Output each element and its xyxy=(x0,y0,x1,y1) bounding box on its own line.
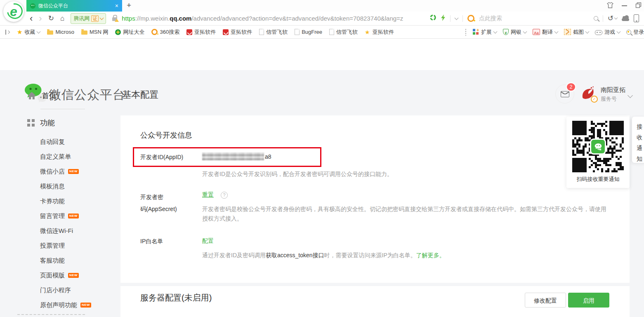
bookmark-item[interactable]: MSN 网 xyxy=(81,28,109,36)
new-tab-button[interactable]: + xyxy=(127,1,131,10)
bookmark-item[interactable]: 信管飞软 xyxy=(329,28,358,36)
qr-caption: 扫码接收重要通知 xyxy=(566,176,630,183)
bookmark-item[interactable]: 亚拓软件 xyxy=(365,28,394,36)
sidebar-item-features[interactable]: 功能 xyxy=(27,118,55,128)
bookmark-label: 网址大全 xyxy=(123,28,144,36)
tool-icon xyxy=(473,29,479,35)
sidebar-item[interactable]: 微信小店 NEW xyxy=(40,164,118,179)
sidebar-item-home[interactable]: 首页 xyxy=(27,91,57,101)
favorites-label: 收藏 xyxy=(24,28,35,36)
sidebar-item[interactable]: 模板消息 xyxy=(40,179,118,194)
tool-label: 翻译 xyxy=(542,28,553,36)
bookmark-item[interactable]: 亚拓软件 xyxy=(186,28,216,36)
sidebar-item[interactable]: 卡券功能 xyxy=(40,194,118,209)
learn-more-link[interactable]: 了解更多。 xyxy=(416,252,445,258)
bookmark-label: 信管飞软 xyxy=(266,28,288,36)
bookmark-item[interactable]: 亚拓软件 xyxy=(223,28,252,36)
bookmark-item[interactable]: BugFree xyxy=(295,29,322,35)
bookmark-item[interactable]: 360搜索 xyxy=(151,28,179,36)
sidebar-item-label: 留言管理 xyxy=(40,212,65,220)
undo-button[interactable]: ↺ xyxy=(608,15,617,22)
browser-logo[interactable]: e xyxy=(3,1,24,22)
sidebar-item-label: 模板消息 xyxy=(40,183,65,190)
access-token-link[interactable]: 获取access_token接口 xyxy=(266,252,324,258)
back-button[interactable]: ‹ xyxy=(30,14,33,23)
toolbar-tool[interactable]: 翻译 xyxy=(533,28,558,36)
search-engine-icon xyxy=(467,15,474,22)
appsecret-label: 开发者密 码(AppSecret) xyxy=(140,191,177,215)
bookmark-label: BugFree xyxy=(302,29,322,35)
bookmark-label: Microso xyxy=(55,29,74,35)
help-icon[interactable]: ? xyxy=(221,192,228,199)
sidebar-item[interactable]: 自定义菜单 xyxy=(40,149,118,164)
notify-side-tab[interactable]: 接收通知 xyxy=(632,117,644,163)
sidebar-item[interactable]: 留言管理 NEW xyxy=(40,209,118,223)
chevron-down-icon xyxy=(554,29,559,33)
cert-badge: 证 xyxy=(91,15,99,22)
modify-config-button[interactable]: 修改配置 xyxy=(525,293,566,308)
sidebar-item[interactable]: 页面模版 NEW xyxy=(40,268,118,283)
account-dropdown-icon[interactable] xyxy=(627,93,633,98)
toolbar-tool[interactable]: 截图 xyxy=(564,28,589,36)
search-magnifier-icon[interactable] xyxy=(594,16,598,21)
mobile-button[interactable] xyxy=(634,14,639,22)
toolbar-tool[interactable]: 扩展 xyxy=(473,28,497,36)
forward-button[interactable]: › xyxy=(39,14,42,23)
new-badge: NEW xyxy=(80,303,91,308)
account-name: 南阳亚拓 xyxy=(601,86,625,94)
sidebar-item-label: 自动回复 xyxy=(40,138,65,146)
refresh-button[interactable]: ↻ xyxy=(48,14,54,23)
sidebar-item-label: 微信连Wi-Fi xyxy=(40,227,73,235)
bookmark-label: 亚拓软件 xyxy=(194,28,216,36)
bookmark-item[interactable]: Microso xyxy=(47,29,74,35)
toolbar-tool[interactable]: 游戏 xyxy=(595,28,620,36)
new-badge: NEW xyxy=(68,214,79,218)
sidebar-item[interactable]: 门店小程序 xyxy=(40,283,118,298)
theme-skin-button[interactable] xyxy=(607,2,613,10)
new-badge: NEW xyxy=(68,169,79,174)
configure-link[interactable]: 配置 xyxy=(202,237,214,245)
sidebar-home-label: 首页 xyxy=(42,91,57,101)
cloud-sync-button[interactable] xyxy=(622,18,629,21)
url-text[interactable]: https://mp.weixin.qq.com/advanced/advanc… xyxy=(122,15,403,22)
bookmarks-bar: ★ 收藏 Microso MSN 网 网址大全 xyxy=(0,26,644,39)
envelope-icon xyxy=(561,91,569,97)
notification-badge: 2 xyxy=(566,82,576,92)
minimize-button[interactable] xyxy=(622,5,627,6)
browser-titlebar: e 微信公众平台 × + xyxy=(0,0,644,12)
ssl-lock-icon xyxy=(112,17,117,21)
sidebar-item-label: 原创声明功能 xyxy=(40,301,77,309)
bookmark-item[interactable]: 网址大全 xyxy=(115,28,144,36)
browser-tab[interactable]: 微信公众平台 × xyxy=(26,0,122,12)
bookmark-icon xyxy=(186,29,192,35)
enable-button[interactable]: 启用 xyxy=(568,293,609,308)
tab-close-icon[interactable]: × xyxy=(115,3,118,9)
site-verify-badge[interactable]: 腾讯网 证 xyxy=(71,13,106,24)
sidebar-item[interactable]: 自动回复 xyxy=(40,134,118,149)
sidebar-item[interactable]: 微信连Wi-Fi xyxy=(40,223,118,238)
page-title: 基本配置 xyxy=(122,89,158,101)
favorites-button[interactable]: ★ 收藏 xyxy=(17,28,40,36)
speed-mode-icon[interactable] xyxy=(441,14,446,23)
toolbar-tool[interactable]: 登录 xyxy=(626,28,644,36)
toolbar-tool[interactable]: 网银 xyxy=(503,28,526,36)
sidebar-item-label: 卡券功能 xyxy=(40,197,65,205)
tool-label: 扩展 xyxy=(481,28,492,36)
home-button[interactable]: ⌂ xyxy=(60,14,64,23)
bookmarks-expander-icon[interactable] xyxy=(5,30,10,35)
sidebar-item[interactable]: 原创声明功能 NEW xyxy=(40,298,118,312)
tool-label: 网银 xyxy=(511,28,521,36)
url-dropdown-icon[interactable] xyxy=(455,16,459,20)
sidebar-item[interactable]: 客服功能 xyxy=(40,253,118,268)
bookmark-icon xyxy=(115,29,121,35)
sidebar-item[interactable]: 投票管理 xyxy=(40,238,118,253)
sidebar-features-label: 功能 xyxy=(40,118,55,128)
reset-link[interactable]: 重置 xyxy=(202,191,214,199)
wechat-favicon-icon xyxy=(30,3,35,9)
search-input[interactable]: 点此搜索 xyxy=(479,15,589,22)
restore-button[interactable] xyxy=(635,2,642,10)
compat-mode-icon[interactable] xyxy=(430,14,436,22)
grip-icon xyxy=(465,28,467,36)
bookmark-item[interactable]: 信管飞软 xyxy=(259,28,288,36)
bookmark-label: 亚拓软件 xyxy=(373,28,394,36)
